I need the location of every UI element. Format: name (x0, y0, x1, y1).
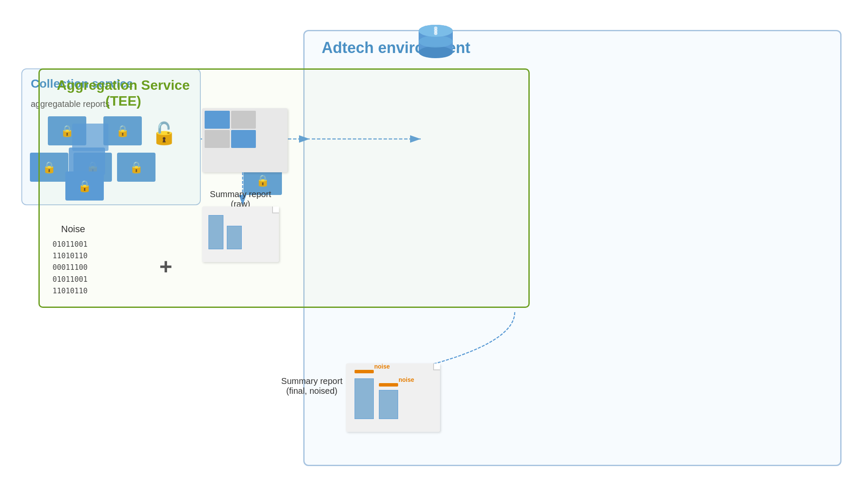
grid-cell-1 (205, 111, 230, 129)
noise-bar-2 (379, 383, 398, 387)
bar-2 (227, 226, 242, 249)
svg-point-6 (419, 46, 453, 58)
diagram-container: Adtech environment Collection service ag… (13, 13, 854, 483)
database-icon (414, 21, 457, 64)
summary-final-chart: noise noise (346, 363, 440, 432)
tee-reports: 🔒 (65, 117, 104, 201)
tee-card-back2 (72, 124, 108, 151)
aggregation-service-title: Aggregation Service (TEE) (57, 77, 190, 109)
grid-cell-3 (205, 130, 230, 148)
unlocked-lock-icon: 🔓 (151, 121, 177, 146)
noise-label: Noise (61, 224, 85, 235)
tee-card-front: 🔒 (65, 171, 104, 201)
final-bar-1 (355, 378, 374, 419)
bar-1 (208, 215, 223, 249)
noise-annotation-1: noise (374, 363, 390, 370)
grid-report-card (202, 108, 287, 172)
svg-point-11 (434, 32, 437, 35)
arrow-to-final-summary (508, 312, 521, 381)
final-bar-2-container: noise (379, 390, 398, 419)
tee-card-back1 (69, 148, 105, 175)
noise-binary: 0101100111010110000111000101100111010110 (53, 239, 88, 297)
noise-annotation-2: noise (399, 376, 414, 383)
final-bar-2 (379, 390, 398, 419)
final-bar-1-container: noise (355, 378, 374, 419)
noise-bar-1 (355, 370, 374, 373)
grid-cell-4 (231, 130, 256, 148)
svg-point-7 (419, 35, 453, 47)
summary-final-label: Summary report (final, noised) (269, 376, 355, 396)
plus-sign: + (159, 254, 172, 279)
aggregation-service-box: Aggregation Service (TEE) 🔒 🔓 (38, 68, 530, 308)
final-bar-chart: noise noise (346, 363, 440, 423)
grid-inner (205, 111, 256, 149)
raw-bar-chart (202, 207, 279, 254)
summary-raw-chart (202, 207, 279, 262)
grid-cell-2 (231, 111, 256, 129)
